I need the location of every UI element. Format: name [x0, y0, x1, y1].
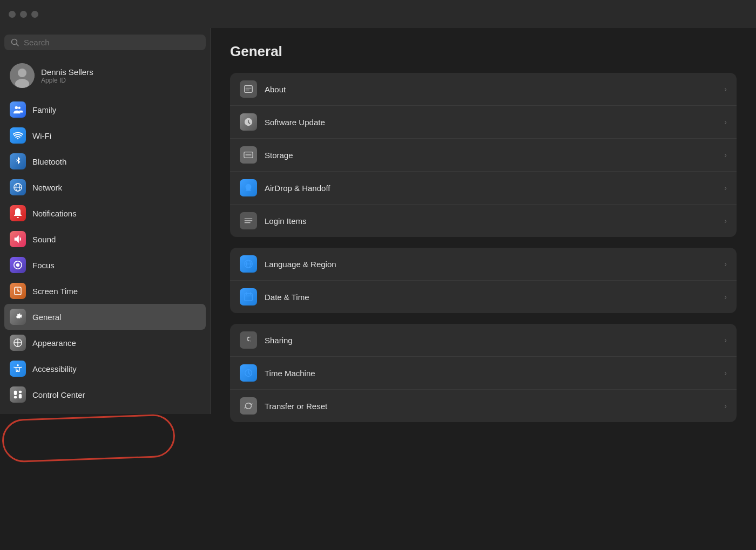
sidebar-item-wifi[interactable]: Wi-Fi: [4, 123, 206, 148]
sidebar-item-label-accessibility: Accessibility: [32, 364, 77, 374]
focus-icon: [10, 257, 26, 273]
annotation-circle: [2, 413, 176, 463]
screentime-icon: [10, 283, 26, 299]
chevron-loginitems: ›: [724, 216, 727, 225]
user-name: Dennis Sellers: [41, 67, 93, 77]
sidebar-item-label-controlcenter: Control Center: [32, 390, 85, 399]
row-label-language: Language & Region: [265, 260, 724, 269]
minimize-button[interactable]: [20, 11, 27, 18]
page-title: General: [230, 43, 737, 60]
sidebar-item-label-network: Network: [32, 183, 62, 192]
controlcenter-icon: [10, 386, 26, 403]
datetime-icon: [240, 288, 257, 305]
settings-groups: About›Software Update›Storage›AirDrop & …: [230, 73, 737, 422]
settings-row-loginitems[interactable]: Login Items›: [230, 205, 737, 237]
wifi-icon: [10, 127, 26, 144]
close-button[interactable]: [9, 11, 16, 18]
notifications-icon: [10, 205, 26, 221]
row-label-timemachine: Time Machine: [265, 369, 724, 378]
settings-row-timemachine[interactable]: Time Machine›: [230, 357, 737, 390]
settings-group-group3: Sharing›Time Machine›Transfer or Reset›: [230, 324, 737, 422]
transfer-icon: [240, 397, 257, 415]
svg-rect-26: [245, 294, 252, 301]
avatar: [10, 63, 35, 88]
chevron-about: ›: [724, 85, 727, 93]
sidebar-item-general[interactable]: General: [4, 304, 206, 330]
svg-line-1: [17, 44, 19, 46]
sidebar-item-sound[interactable]: Sound: [4, 226, 206, 252]
loginitems-icon: [240, 212, 257, 229]
svg-rect-14: [19, 391, 22, 393]
appearance-icon: [10, 335, 26, 351]
sidebar-item-network[interactable]: Network: [4, 174, 206, 200]
search-input[interactable]: [24, 38, 199, 47]
sidebar-item-label-focus: Focus: [32, 261, 55, 270]
sidebar-item-label-screentime: Screen Time: [32, 287, 78, 296]
search-icon: [11, 38, 19, 47]
svg-rect-13: [14, 396, 17, 399]
storage-icon: [240, 146, 257, 164]
sidebar-item-controlcenter[interactable]: Control Center: [4, 382, 206, 408]
chevron-sharing: ›: [724, 336, 727, 344]
sharing-icon: [240, 331, 257, 349]
svg-rect-11: [14, 391, 17, 395]
chevron-transfer: ›: [724, 402, 727, 410]
search-box[interactable]: [4, 35, 206, 50]
chevron-softwareupdate: ›: [724, 118, 727, 126]
sidebar-item-label-wifi: Wi-Fi: [32, 131, 51, 140]
general-icon: [10, 309, 26, 325]
sidebar-item-focus[interactable]: Focus: [4, 252, 206, 278]
row-label-sharing: Sharing: [265, 336, 724, 345]
settings-row-datetime[interactable]: Date & Time›: [230, 281, 737, 313]
main-content: Dennis Sellers Apple ID FamilyWi-FiBluet…: [0, 28, 756, 550]
settings-row-airdrop[interactable]: AirDrop & Handoff›: [230, 172, 737, 205]
sidebar-item-family[interactable]: Family: [4, 97, 206, 123]
svg-rect-12: [19, 394, 22, 398]
svg-point-3: [18, 69, 26, 77]
settings-group-group2: Language & Region›Date & Time›: [230, 248, 737, 313]
chevron-timemachine: ›: [724, 369, 727, 377]
settings-group-group1: About›Software Update›Storage›AirDrop & …: [230, 73, 737, 237]
sidebar-item-accessibility[interactable]: Accessibility: [4, 356, 206, 382]
titlebar: [0, 0, 756, 28]
settings-row-sharing[interactable]: Sharing›: [230, 324, 737, 357]
chevron-datetime: ›: [724, 293, 727, 301]
airdrop-icon: [240, 179, 257, 196]
sidebar-item-appearance[interactable]: Appearance: [4, 330, 206, 356]
sidebar: Dennis Sellers Apple ID FamilyWi-FiBluet…: [0, 28, 211, 414]
sidebar-item-label-general: General: [32, 313, 61, 322]
chevron-language: ›: [724, 260, 727, 268]
settings-row-storage[interactable]: Storage›: [230, 139, 737, 172]
row-label-softwareupdate: Software Update: [265, 118, 724, 127]
sidebar-item-label-family: Family: [32, 105, 56, 114]
language-icon: [240, 255, 257, 273]
settings-row-transfer[interactable]: Transfer or Reset›: [230, 390, 737, 422]
sound-icon: [10, 231, 26, 247]
sidebar-item-bluetooth[interactable]: Bluetooth: [4, 148, 206, 174]
row-label-storage: Storage: [265, 151, 724, 160]
sidebar-item-label-bluetooth: Bluetooth: [32, 157, 66, 166]
about-icon: [240, 80, 257, 98]
maximize-button[interactable]: [31, 11, 38, 18]
row-label-about: About: [265, 85, 724, 94]
content-area: General About›Software Update›Storage›Ai…: [211, 28, 756, 550]
user-profile[interactable]: Dennis Sellers Apple ID: [4, 59, 206, 92]
sidebar-wrapper: Dennis Sellers Apple ID FamilyWi-FiBluet…: [0, 28, 211, 550]
softwareupdate-icon: [240, 113, 257, 131]
sidebar-items: FamilyWi-FiBluetoothNetworkNotifications…: [4, 97, 206, 408]
family-icon: [10, 101, 26, 118]
sidebar-item-label-sound: Sound: [32, 235, 56, 244]
user-subtitle: Apple ID: [41, 77, 93, 84]
accessibility-icon: [10, 361, 26, 377]
sidebar-item-screentime[interactable]: Screen Time: [4, 278, 206, 304]
settings-row-softwareupdate[interactable]: Software Update›: [230, 106, 737, 139]
row-label-datetime: Date & Time: [265, 293, 724, 302]
row-label-loginitems: Login Items: [265, 216, 724, 226]
chevron-storage: ›: [724, 151, 727, 159]
chevron-airdrop: ›: [724, 184, 727, 192]
row-label-airdrop: AirDrop & Handoff: [265, 184, 724, 193]
settings-row-about[interactable]: About›: [230, 73, 737, 106]
settings-row-language[interactable]: Language & Region›: [230, 248, 737, 281]
sidebar-item-notifications[interactable]: Notifications: [4, 200, 206, 226]
row-label-transfer: Transfer or Reset: [265, 402, 724, 411]
